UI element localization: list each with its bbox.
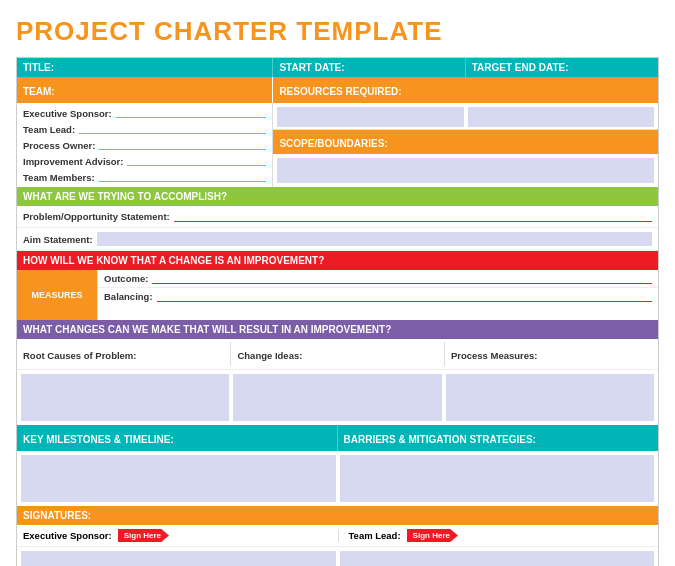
exec-sponsor-sign-button[interactable]: Sign Here bbox=[118, 529, 169, 542]
signatures-header: SIGNATURES: bbox=[17, 506, 658, 525]
title-label: TITLE: bbox=[23, 62, 54, 73]
start-date-label: START DATE: bbox=[279, 62, 344, 73]
milestones-barriers-header: KEY MILESTONES & TIMELINE: BARRIERS & MI… bbox=[17, 425, 658, 451]
team-resources-header: TEAM: RESOURCES REQUIRED: bbox=[17, 77, 658, 103]
team-lead-sign-button[interactable]: Sign Here bbox=[407, 529, 458, 542]
changes-labels-row: Root Causes of Problem: Change Ideas: Pr… bbox=[17, 339, 658, 370]
process-measures-label: Process Measures: bbox=[451, 350, 538, 361]
change-ideas-label: Change Ideas: bbox=[237, 350, 302, 361]
improvement-advisor-field: Improvement Advisor: bbox=[17, 153, 272, 169]
title-bar-row: TITLE: START DATE: TARGET END DATE: bbox=[17, 58, 658, 77]
target-end-date-label: TARGET END DATE: bbox=[472, 62, 569, 73]
page-title: PROJECT CHARTER TEMPLATE bbox=[16, 16, 659, 47]
template-body: TITLE: START DATE: TARGET END DATE: TEAM… bbox=[16, 57, 659, 566]
accomplish-header: WHAT ARE WE TRYING TO ACCOMPLISH? bbox=[17, 187, 658, 206]
signature-fields-row: Executive Sponsor: Sign Here Team Lead: … bbox=[17, 525, 658, 547]
improvement-header: HOW WILL WE KNOW THAT A CHANGE IS AN IMP… bbox=[17, 251, 658, 270]
aim-field: Aim Statement: bbox=[17, 228, 658, 251]
process-owner-field: Process Owner: bbox=[17, 137, 272, 153]
measures-label: MEASURES bbox=[31, 290, 82, 300]
milestones-barriers-inputs bbox=[17, 451, 658, 506]
balancing-field: Balancing: bbox=[98, 288, 658, 305]
resources-label: RESOURCES REQUIRED: bbox=[279, 86, 401, 97]
team-label: TEAM: bbox=[23, 86, 55, 97]
team-fields-row: Executive Sponsor: Team Lead: Process Ow… bbox=[17, 103, 658, 187]
team-lead-field: Team Lead: bbox=[17, 121, 272, 137]
signature-inputs bbox=[17, 547, 658, 566]
root-causes-label: Root Causes of Problem: bbox=[23, 350, 137, 361]
outcome-field: Outcome: bbox=[98, 270, 658, 288]
barriers-label: BARRIERS & MITIGATION STRATEGIES: bbox=[344, 434, 536, 445]
problem-field: Problem/Opportunity Statement: bbox=[17, 206, 658, 228]
measures-row: MEASURES Outcome: Balancing: bbox=[17, 270, 658, 320]
milestones-label: KEY MILESTONES & TIMELINE: bbox=[23, 434, 174, 445]
changes-header: WHAT CHANGES CAN WE MAKE THAT WILL RESUL… bbox=[17, 320, 658, 339]
team-members-field: Team Members: bbox=[17, 169, 272, 185]
team-lead-sig-label: Team Lead: bbox=[349, 530, 401, 541]
exec-sponsor-sig-label: Executive Sponsor: bbox=[23, 530, 112, 541]
changes-inputs-row bbox=[17, 370, 658, 425]
exec-sponsor-field: Executive Sponsor: bbox=[17, 105, 272, 121]
scope-label: SCOPE/BOUNDARIES: bbox=[279, 138, 387, 149]
